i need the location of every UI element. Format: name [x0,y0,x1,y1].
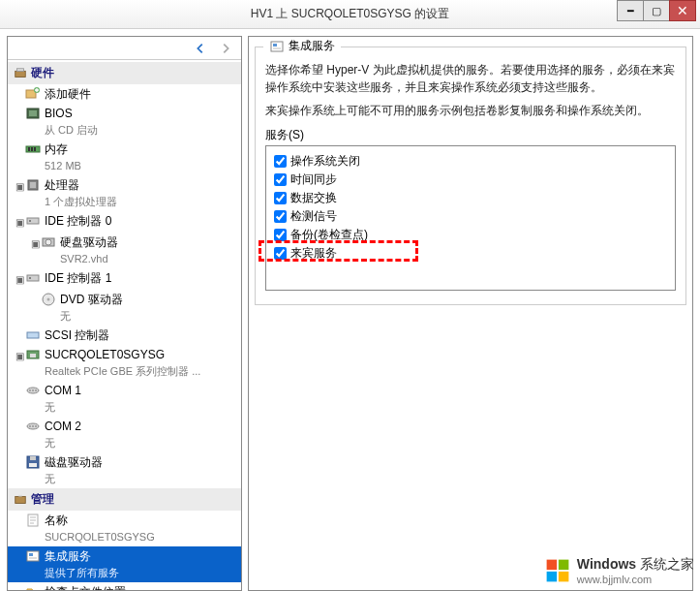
node-ide0-disk[interactable]: ▣ 硬盘驱动器 SVR2.vhd [8,233,241,268]
node-com1[interactable]: COM 1 无 [8,381,241,417]
node-label: 检查点文件位置 [45,584,196,590]
services-caption: 服务(S) [265,127,676,143]
svg-rect-12 [27,218,39,224]
node-label: SUCRQOLET0SGYSG [45,347,200,362]
service-checkbox[interactable] [274,229,287,241]
processor-icon [25,177,41,193]
svg-rect-22 [30,354,36,358]
node-checkpoint-location[interactable]: 检查点文件位置 D:\VMM\SUCRQOLET0SGYSG [8,582,241,590]
service-item[interactable]: 数据交换 [274,189,667,207]
service-label: 检测信号 [290,208,337,225]
title-bar: HV1 上 SUCRQOLET0SGYSG 的设置 ━ ▢ ✕ [0,0,700,29]
node-sub: 无 [45,398,81,415]
svg-point-29 [32,425,34,427]
svg-rect-11 [30,182,36,188]
watermark-brand: Windows [577,556,636,572]
service-checkbox[interactable] [274,192,287,204]
node-sub: Realtek PCIe GBE 系列控制器 ... [45,362,200,379]
ide-controller-icon [25,213,41,229]
node-processor[interactable]: ▣ 处理器 1 个虚拟处理器 [8,175,241,211]
service-checkbox[interactable] [274,173,287,186]
node-ide1-dvd[interactable]: DVD 驱动器 无 [8,290,241,326]
expander-icon[interactable]: ▣ [14,177,25,195]
network-adapter-icon [25,347,41,362]
service-label: 备份(卷检查点) [290,227,368,243]
settings-tree-panel: 硬件 添加硬件 BIOS 从 CD 启动 [7,36,242,591]
dvd-drive-icon [41,292,56,307]
node-ide1[interactable]: ▣ IDE 控制器 1 [8,268,241,290]
com-port-icon [25,383,41,398]
node-integration-services[interactable]: 集成服务 提供了所有服务 [8,546,241,582]
service-label: 来宾服务 [290,245,337,262]
node-nic[interactable]: ▣ SUCRQOLET0SGYSG Realtek PCIe GBE 系列控制器… [8,345,241,381]
svg-rect-39 [29,557,37,559]
svg-rect-5 [29,110,37,116]
svg-point-28 [29,425,31,427]
expander-icon[interactable]: ▣ [29,234,41,252]
node-name[interactable]: 名称 SUCRQOLET0SGYSG [8,511,241,546]
watermark-sub: 系统之家 [640,556,694,572]
service-checkbox[interactable] [274,155,287,168]
name-icon [25,513,41,528]
node-floppy[interactable]: 磁盘驱动器 无 [8,452,241,488]
svg-point-25 [32,389,34,391]
window-buttons: ━ ▢ ✕ [618,0,696,21]
scsi-controller-icon [25,327,41,343]
expander-icon[interactable]: ▣ [14,270,25,288]
windows-logo-icon [544,557,571,584]
svg-rect-0 [15,71,26,77]
expander-icon[interactable]: ▣ [14,213,25,231]
svg-point-26 [35,389,37,391]
node-memory[interactable]: 内存 512 MB [8,140,241,175]
work-area: 硬件 添加硬件 BIOS 从 CD 启动 [0,29,700,591]
node-label: SCSI 控制器 [45,327,109,343]
service-label: 操作系统关闭 [290,153,360,170]
service-item[interactable]: 备份(卷检查点) [274,226,667,244]
node-sub: 无 [60,307,123,324]
service-item[interactable]: 时间同步 [274,171,667,189]
service-checkbox[interactable] [274,210,287,223]
node-label: 集成服务 [45,548,119,564]
folder-icon [25,584,41,590]
service-item[interactable]: 来宾服务 [274,244,667,263]
add-hardware-icon [25,86,41,102]
svg-rect-8 [31,147,33,151]
service-label: 数据交换 [290,190,337,206]
section-hardware: 硬件 [8,62,241,84]
description-1: 选择你希望 Hyper-V 为此虚拟机提供的服务。若要使用选择的服务，必须在来宾… [265,61,676,96]
integration-services-group: 集成服务 选择你希望 Hyper-V 为此虚拟机提供的服务。若要使用选择的服务，… [255,47,686,305]
nav-forward-button[interactable] [214,39,237,58]
node-scsi[interactable]: SCSI 控制器 [8,326,241,345]
node-bios[interactable]: BIOS 从 CD 启动 [8,104,241,140]
service-checkbox[interactable] [274,247,287,260]
group-title-label: 集成服务 [289,38,335,54]
svg-rect-20 [27,332,39,338]
node-ide0[interactable]: ▣ IDE 控制器 0 [8,211,241,233]
floppy-icon [25,454,41,470]
maximize-button[interactable]: ▢ [643,0,670,21]
svg-point-15 [46,239,51,245]
svg-rect-35 [18,494,22,496]
node-sub: SVR2.vhd [60,250,118,266]
settings-detail-panel: 集成服务 选择你希望 Hyper-V 为此虚拟机提供的服务。若要使用选择的服务，… [248,36,693,591]
node-add-hardware[interactable]: 添加硬件 [8,84,241,104]
minimize-button[interactable]: ━ [617,0,644,21]
svg-point-19 [47,298,50,301]
svg-rect-33 [29,463,37,467]
settings-tree[interactable]: 硬件 添加硬件 BIOS 从 CD 启动 [8,60,241,590]
expander-icon[interactable]: ▣ [14,347,25,364]
group-title: 集成服务 [263,38,341,54]
nav-back-button[interactable] [189,39,212,58]
service-item[interactable]: 检测信号 [274,207,667,226]
com-port-icon [25,419,41,434]
service-label: 时间同步 [290,171,337,188]
management-icon [14,493,27,507]
description-2: 来宾操作系统上可能不可用的服务示例包括卷影复制服务和操作系统关闭。 [265,102,676,119]
section-hardware-label: 硬件 [31,65,54,81]
node-label: 名称 [45,513,155,528]
close-button[interactable]: ✕ [669,0,696,21]
services-list: 操作系统关闭时间同步数据交换检测信号备份(卷检查点)来宾服务 [265,145,676,291]
node-label: 处理器 [45,177,117,193]
node-com2[interactable]: COM 2 无 [8,417,241,452]
service-item[interactable]: 操作系统关闭 [274,152,667,171]
